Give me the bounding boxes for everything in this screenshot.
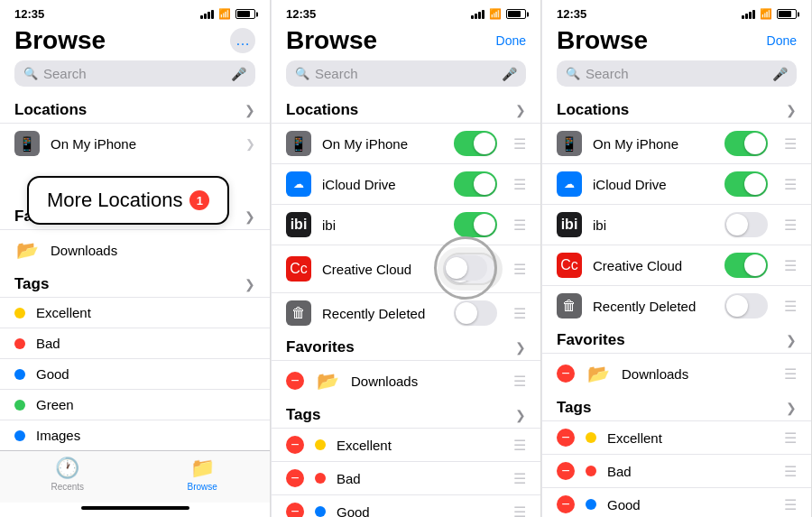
done-button-3[interactable]: Done xyxy=(767,33,797,48)
drag-handle-ibi[interactable]: ☰ xyxy=(513,217,526,234)
phone-3: 12:35 📶 Browse Done 🔍 Search 🎤 Locations… xyxy=(541,0,812,517)
toggle-ibi-2[interactable] xyxy=(454,212,497,237)
drag-handle-icloud-3[interactable]: ☰ xyxy=(784,176,797,193)
minus-btn-bad[interactable]: − xyxy=(286,469,304,487)
favorites-header-3[interactable]: Favorites ❯ xyxy=(542,326,811,353)
blue-dot-2 xyxy=(315,506,326,517)
search-bar-1[interactable]: 🔍 Search 🎤 xyxy=(14,60,255,87)
mic-icon-1[interactable]: 🎤 xyxy=(231,67,246,81)
list-item-cc-3[interactable]: Cc Creative Cloud ☰ xyxy=(542,245,811,285)
locations-header-3[interactable]: Locations ❯ xyxy=(542,96,811,123)
toggle-phone-3[interactable] xyxy=(724,131,768,156)
yellow-dot-icon xyxy=(14,308,25,319)
item-label-phone: On My iPhone xyxy=(51,136,235,152)
drag-handle-excellent[interactable]: ☰ xyxy=(513,437,526,454)
list-item-ibi-3[interactable]: ibi ibi ☰ xyxy=(542,204,811,245)
minus-btn-excellent[interactable]: − xyxy=(286,436,304,454)
phone-icon-3: 📱 xyxy=(557,131,582,156)
list-item-excellent-3[interactable]: − Excellent ☰ xyxy=(542,420,811,454)
drag-handle-good[interactable]: ☰ xyxy=(513,503,526,518)
tags-header-2[interactable]: Tags ❯ xyxy=(272,401,540,428)
locations-header-1[interactable]: Locations ❯ xyxy=(0,96,270,123)
minus-btn-good[interactable]: − xyxy=(286,503,304,517)
drag-handle-downloads[interactable]: ☰ xyxy=(513,373,526,390)
drag-handle-good-3[interactable]: ☰ xyxy=(784,496,797,513)
search-input-2[interactable]: Search xyxy=(315,66,496,81)
drag-handle-bad-3[interactable]: ☰ xyxy=(784,463,797,480)
drag-handle-excellent-3[interactable]: ☰ xyxy=(784,429,797,447)
toggle-cc-2-large[interactable] xyxy=(443,253,497,285)
tag-bad-2: Bad xyxy=(337,471,497,486)
search-bar-3[interactable]: 🔍 Search 🎤 xyxy=(557,60,797,87)
list-item-downloads-2[interactable]: − 📂 Downloads ☰ xyxy=(272,360,540,401)
item-label-icloud-3: iCloud Drive xyxy=(593,177,714,192)
list-item-downloads[interactable]: 📂 Downloads xyxy=(0,229,270,270)
drag-handle-downloads-3[interactable]: ☰ xyxy=(784,365,797,383)
toggle-cc-3[interactable] xyxy=(724,253,768,278)
tags-header-3[interactable]: Tags ❯ xyxy=(542,393,811,420)
list-item-bad[interactable]: Bad xyxy=(0,328,270,358)
favorites-header-2[interactable]: Favorites ❯ xyxy=(272,333,540,360)
list-item-trash-2[interactable]: 🗑 Recently Deleted ☰ xyxy=(272,292,540,333)
toggle-ibi-3[interactable] xyxy=(724,212,768,237)
toggle-icloud-3[interactable] xyxy=(724,171,768,197)
more-locations-popup[interactable]: More Locations 1 xyxy=(27,176,229,225)
tags-header-1[interactable]: Tags ❯ xyxy=(0,270,270,297)
drag-handle-trash-3[interactable]: ☰ xyxy=(784,298,797,315)
list-item-good-3[interactable]: − Good ☰ xyxy=(542,487,811,517)
list-item-excellent[interactable]: Excellent xyxy=(0,297,270,328)
minus-button-downloads-3[interactable]: − xyxy=(557,365,575,383)
more-options-button[interactable]: … xyxy=(230,28,255,53)
drag-handle-phone[interactable]: ☰ xyxy=(513,135,526,152)
toggle-trash-3[interactable] xyxy=(724,293,768,319)
search-bar-2[interactable]: 🔍 Search 🎤 xyxy=(286,60,526,87)
toggle-icloud-2[interactable] xyxy=(454,171,497,197)
list-item-on-my-iphone[interactable]: 📱 On My iPhone ❯ xyxy=(0,123,270,163)
list-item-icloud-3[interactable]: ☁ iCloud Drive ☰ xyxy=(542,163,811,204)
minus-btn-good-3[interactable]: − xyxy=(557,495,575,513)
mic-icon-3[interactable]: 🎤 xyxy=(772,67,788,81)
tag-label-images: Images xyxy=(36,428,255,443)
battery-icon-3 xyxy=(777,9,797,19)
drag-handle-bad[interactable]: ☰ xyxy=(513,470,526,487)
tab-browse-1[interactable]: 📁 Browse xyxy=(135,457,271,492)
toggle-trash-2[interactable] xyxy=(454,300,497,326)
search-input-3[interactable]: Search xyxy=(586,66,767,81)
wifi-icon-2: 📶 xyxy=(489,8,502,20)
tab-recents-1[interactable]: 🕐 Recents xyxy=(0,457,135,492)
list-item-green[interactable]: Green xyxy=(0,389,270,420)
drag-handle-icloud[interactable]: ☰ xyxy=(513,176,526,193)
minus-btn-bad-3[interactable]: − xyxy=(557,462,575,480)
locations-section-2: Locations ❯ 📱 On My iPhone ☰ ☁ iCloud Dr… xyxy=(272,96,540,333)
list-item-bad-2[interactable]: − Bad ☰ xyxy=(272,461,540,494)
list-item-images[interactable]: Images xyxy=(0,420,270,450)
list-item-bad-3[interactable]: − Bad ☰ xyxy=(542,454,811,487)
list-item-phone-2[interactable]: 📱 On My iPhone ☰ xyxy=(272,123,540,163)
item-label-trash-3: Recently Deleted xyxy=(593,299,714,314)
minus-btn-excellent-3[interactable]: − xyxy=(557,429,575,447)
done-button-2[interactable]: Done xyxy=(496,33,526,48)
chevron-down-icon-3: ❯ xyxy=(786,103,797,117)
drag-handle-cc-3[interactable]: ☰ xyxy=(784,257,797,274)
list-item-downloads-3[interactable]: − 📂 Downloads ☰ xyxy=(542,353,811,393)
search-input-1[interactable]: Search xyxy=(43,66,226,81)
locations-header-2[interactable]: Locations ❯ xyxy=(272,96,540,123)
list-item-good-2[interactable]: − Good ☰ xyxy=(272,494,540,517)
toggle-phone-2[interactable] xyxy=(454,131,497,156)
mic-icon-2[interactable]: 🎤 xyxy=(502,67,517,81)
list-item-good[interactable]: Good xyxy=(0,358,270,389)
list-item-ibi-2[interactable]: ibi ibi ☰ xyxy=(272,204,540,245)
red-dot-icon xyxy=(14,338,25,349)
red-dot-3 xyxy=(586,466,596,476)
list-item-trash-3[interactable]: 🗑 Recently Deleted ☰ xyxy=(542,285,811,326)
list-item-phone-3[interactable]: 📱 On My iPhone ☰ xyxy=(542,123,811,163)
minus-button-downloads-2[interactable]: − xyxy=(286,372,304,390)
item-label-phone-2: On My iPhone xyxy=(322,136,443,152)
list-item-cc-2[interactable]: Cc Creative Cloud ☰ xyxy=(272,245,540,292)
drag-handle-trash[interactable]: ☰ xyxy=(513,305,526,322)
list-item-icloud-2[interactable]: ☁ iCloud Drive ☰ xyxy=(272,163,540,204)
drag-handle-ibi-3[interactable]: ☰ xyxy=(784,217,797,234)
drag-handle-cc[interactable]: ☰ xyxy=(513,261,526,278)
list-item-excellent-2[interactable]: − Excellent ☰ xyxy=(272,428,540,461)
drag-handle-phone-3[interactable]: ☰ xyxy=(784,135,797,152)
